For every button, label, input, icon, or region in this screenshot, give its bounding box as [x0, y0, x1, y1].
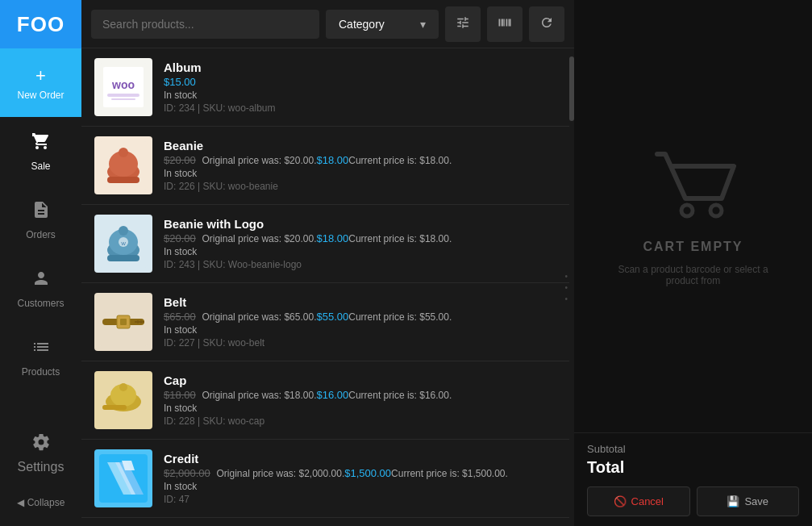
- search-input[interactable]: [91, 10, 319, 39]
- product-id: ID: 226 | SKU: woo-beanie: [164, 181, 561, 192]
- sidebar-products-label: Products: [22, 366, 60, 378]
- product-info: Credit $2,000.00 Original price was: $2,…: [164, 452, 561, 505]
- product-name: Album: [164, 61, 561, 74]
- product-name: Cap: [164, 374, 561, 387]
- product-row[interactable]: Beanie $20.00 Original price was: $20.00…: [81, 127, 574, 205]
- cart-empty-title: CART EMPTY: [643, 240, 743, 254]
- new-order-button[interactable]: + New Order: [0, 48, 81, 117]
- cancel-icon: 🚫: [614, 495, 627, 507]
- cart-empty-icon: [645, 146, 742, 230]
- sidebar-bottom: Settings ◀ Collapse: [0, 411, 81, 526]
- product-name: Beanie: [164, 139, 561, 152]
- product-price: $15.00: [164, 76, 561, 88]
- product-stock: In stock: [164, 90, 561, 101]
- cart-subtotal-label: Subtotal: [587, 443, 799, 455]
- cart-footer: Subtotal Total 🚫 Cancel 💾 Save: [574, 432, 812, 526]
- new-order-label: New Order: [17, 90, 64, 101]
- product-stock: In stock: [164, 324, 561, 336]
- filter-button[interactable]: [445, 6, 481, 42]
- sidebar-customers-label: Customers: [17, 298, 64, 309]
- category-dropdown[interactable]: Category ▾: [326, 10, 439, 39]
- product-stock: In stock: [164, 168, 561, 179]
- products-icon: [31, 337, 51, 361]
- product-image: W: [94, 215, 152, 273]
- svg-rect-4: [111, 98, 135, 100]
- cart-actions: 🚫 Cancel 💾 Save: [587, 486, 799, 516]
- svg-point-34: [710, 205, 722, 216]
- barcode-icon: [497, 15, 513, 33]
- sidebar-item-products[interactable]: Products: [0, 323, 81, 391]
- svg-point-14: [119, 226, 128, 236]
- refresh-button[interactable]: [529, 6, 564, 42]
- app-logo: FOO: [0, 0, 81, 48]
- collapse-icon: ◀: [17, 497, 24, 508]
- drag-handle: • • •: [563, 269, 569, 307]
- filter-icon: [456, 15, 470, 33]
- product-list: woo Album $15.00 In stock ID: 234 | SKU:…: [81, 48, 574, 526]
- svg-text:woo: woo: [111, 78, 135, 91]
- refresh-icon: [539, 15, 554, 33]
- product-image: [94, 371, 152, 429]
- svg-rect-20: [120, 319, 127, 325]
- svg-rect-8: [107, 177, 139, 183]
- product-price: $2,000.00 Original price was: $2,000.00.…: [164, 467, 561, 479]
- sidebar-sale-label: Sale: [31, 161, 50, 172]
- product-row[interactable]: Belt $65.00 Original price was: $65.00.$…: [81, 283, 574, 361]
- sidebar-item-customers[interactable]: Customers: [0, 254, 81, 323]
- product-price: $20.00 Original price was: $20.00.$18.00…: [164, 154, 561, 166]
- sidebar-item-settings[interactable]: Settings: [0, 421, 81, 486]
- svg-point-33: [681, 205, 693, 216]
- svg-rect-13: [107, 255, 139, 261]
- sale-icon: [31, 132, 51, 156]
- product-name: Credit: [164, 452, 561, 465]
- cart-empty-desc: Scan a product barcode or select a produ…: [618, 264, 768, 286]
- product-id: ID: 47: [164, 494, 561, 505]
- svg-rect-27: [102, 405, 127, 410]
- topbar: Category ▾: [81, 0, 574, 48]
- svg-rect-3: [107, 94, 139, 97]
- product-info: Cap $18.00 Original price was: $18.00.$1…: [164, 374, 561, 427]
- product-name: Beanie with Logo: [164, 217, 561, 231]
- product-price: $20.00 Original price was: $20.00.$18.00…: [164, 232, 561, 244]
- product-image: [94, 136, 152, 194]
- collapse-label: Collapse: [27, 497, 65, 508]
- product-stock: In stock: [164, 481, 561, 492]
- save-icon: 💾: [727, 495, 739, 507]
- cart-total-label: Total: [587, 458, 799, 477]
- chevron-down-icon: ▾: [420, 18, 426, 31]
- sidebar-orders-label: Orders: [26, 229, 56, 240]
- plus-icon: +: [35, 65, 46, 86]
- sidebar-settings-label: Settings: [18, 460, 65, 474]
- product-image: [94, 293, 152, 351]
- product-info: Belt $65.00 Original price was: $65.00.$…: [164, 295, 561, 349]
- main-content: Category ▾ woo: [81, 0, 574, 526]
- product-id: ID: 227 | SKU: woo-belt: [164, 337, 561, 349]
- cancel-button[interactable]: 🚫 Cancel: [587, 486, 690, 516]
- product-name: Belt: [164, 295, 561, 309]
- product-image: woo: [94, 58, 152, 116]
- product-id: ID: 243 | SKU: Woo-beanie-logo: [164, 259, 561, 270]
- product-info: Beanie $20.00 Original price was: $20.00…: [164, 139, 561, 192]
- product-info: Album $15.00 In stock ID: 234 | SKU: woo…: [164, 61, 561, 114]
- product-price: $18.00 Original price was: $18.00.$16.00…: [164, 389, 561, 401]
- product-row[interactable]: Cap $18.00 Original price was: $18.00.$1…: [81, 361, 574, 440]
- svg-point-9: [119, 148, 128, 157]
- orders-icon: [31, 200, 51, 224]
- collapse-button[interactable]: ◀ Collapse: [0, 489, 81, 516]
- product-price: $65.00 Original price was: $65.00.$55.00…: [164, 311, 561, 323]
- product-row[interactable]: woo Album $15.00 In stock ID: 234 | SKU:…: [81, 48, 574, 127]
- cart-panel: CART EMPTY Scan a product barcode or sel…: [574, 0, 812, 526]
- product-row[interactable]: W Beanie with Logo $20.00 Original price…: [81, 205, 574, 283]
- cart-empty-area: CART EMPTY Scan a product barcode or sel…: [574, 0, 812, 432]
- sidebar-item-sale[interactable]: Sale: [0, 117, 81, 186]
- product-image: [94, 449, 152, 507]
- product-id: ID: 228 | SKU: woo-cap: [164, 415, 561, 427]
- product-stock: In stock: [164, 246, 561, 257]
- save-button[interactable]: 💾 Save: [697, 486, 800, 516]
- product-row[interactable]: Credit $2,000.00 Original price was: $2,…: [81, 440, 574, 518]
- search-wrapper: [91, 10, 319, 39]
- barcode-button[interactable]: [487, 6, 523, 42]
- product-info: Beanie with Logo $20.00 Original price w…: [164, 217, 561, 270]
- product-stock: In stock: [164, 403, 561, 414]
- sidebar-item-orders[interactable]: Orders: [0, 186, 81, 254]
